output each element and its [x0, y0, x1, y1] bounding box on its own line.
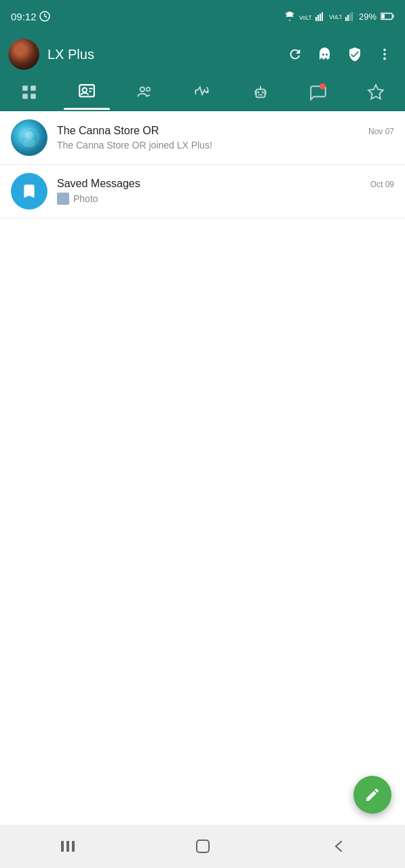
- svg-rect-2: [315, 17, 317, 21]
- svg-point-40: [23, 139, 35, 147]
- signal-bars-2: [345, 12, 355, 21]
- tab-personal[interactable]: [58, 75, 115, 110]
- tabs-bar: [0, 76, 405, 111]
- photo-thumbnail: [57, 193, 69, 205]
- app-title: LX Plus: [47, 47, 275, 62]
- svg-point-22: [82, 88, 87, 93]
- svg-rect-5: [322, 12, 323, 21]
- svg-rect-3: [317, 15, 319, 21]
- app-bar: LX Plus: [0, 33, 405, 76]
- chat-content-canna: The Canna Store OR Nov 07 The Canna Stor…: [57, 125, 394, 151]
- svg-rect-8: [347, 15, 349, 21]
- chat-preview-saved: Photo: [57, 193, 394, 205]
- avatar[interactable]: [8, 39, 39, 70]
- time-display: 09:12: [11, 11, 37, 22]
- wifi-icon: VoLTE1: [299, 11, 311, 22]
- chat-preview-canna: The Canna Store OR joined LX Plus!: [57, 140, 394, 151]
- nav-bar: [0, 825, 405, 868]
- svg-rect-4: [320, 14, 321, 21]
- chat-time-saved: Oct 09: [370, 180, 394, 189]
- tab-groups[interactable]: [116, 75, 174, 110]
- svg-point-37: [320, 83, 326, 90]
- chat-time-canna: Nov 07: [368, 127, 394, 136]
- status-time: 09:12: [11, 11, 50, 22]
- svg-rect-12: [393, 15, 394, 18]
- svg-text:VoLTE1: VoLTE1: [299, 15, 311, 21]
- battery-display: 29%: [359, 12, 377, 22]
- chat-preview-text-saved: Photo: [73, 193, 98, 204]
- svg-point-25: [140, 87, 145, 92]
- signal-icon-2: VoLTE2: [329, 12, 341, 21]
- status-right: VoLTE1 VoLTE2 29%: [284, 11, 394, 22]
- ghost-button[interactable]: [313, 42, 337, 66]
- chat-list: The Canna Store OR Nov 07 The Canna Stor…: [0, 111, 405, 218]
- status-bar: 09:12 VoLTE1 VoLTE2 29%: [0, 0, 405, 33]
- tab-channels[interactable]: [174, 75, 231, 110]
- svg-rect-10: [351, 12, 353, 21]
- tab-bots[interactable]: [231, 75, 289, 110]
- battery-icon: [381, 12, 394, 20]
- nav-recent-button[interactable]: [47, 833, 88, 860]
- svg-rect-19: [22, 94, 28, 99]
- svg-point-28: [257, 91, 259, 93]
- svg-rect-7: [345, 17, 347, 21]
- svg-rect-17: [22, 85, 28, 91]
- svg-rect-9: [349, 14, 351, 21]
- refresh-button[interactable]: [283, 42, 307, 66]
- svg-point-39: [25, 131, 33, 139]
- svg-point-16: [383, 58, 386, 60]
- svg-point-29: [261, 91, 263, 93]
- signal-icon-1: [315, 12, 325, 21]
- svg-rect-27: [256, 90, 265, 98]
- svg-point-15: [383, 53, 386, 56]
- chat-item-canna-store[interactable]: The Canna Store OR Nov 07 The Canna Stor…: [0, 111, 405, 165]
- chat-name-canna: The Canna Store OR: [57, 125, 159, 137]
- chat-name-saved: Saved Messages: [57, 178, 140, 190]
- svg-rect-20: [31, 94, 36, 99]
- svg-rect-13: [381, 14, 385, 18]
- chat-header-saved: Saved Messages Oct 09: [57, 178, 394, 190]
- chat-avatar-saved: [11, 173, 47, 210]
- chat-header-canna: The Canna Store OR Nov 07: [57, 125, 394, 137]
- tab-unread[interactable]: [289, 75, 347, 110]
- alarm-icon: [284, 11, 295, 22]
- chat-preview-text-canna: The Canna Store OR joined LX Plus!: [57, 140, 212, 151]
- svg-point-32: [260, 86, 261, 87]
- app-bar-actions: [283, 42, 397, 66]
- svg-text:VoLTE2: VoLTE2: [329, 14, 341, 20]
- bookmark-icon: [20, 182, 38, 200]
- nav-home-button[interactable]: [182, 833, 223, 860]
- svg-rect-42: [66, 841, 69, 852]
- svg-rect-18: [31, 85, 36, 91]
- more-options-button[interactable]: [372, 42, 397, 66]
- svg-point-26: [147, 87, 150, 91]
- svg-rect-44: [197, 840, 209, 852]
- clock-icon: [39, 11, 50, 22]
- chat-avatar-canna: [11, 119, 47, 156]
- svg-rect-43: [72, 841, 75, 852]
- tab-all-chats[interactable]: [0, 75, 58, 110]
- compose-fab[interactable]: [353, 776, 391, 814]
- svg-rect-41: [61, 841, 64, 852]
- svg-point-14: [383, 49, 386, 52]
- avatar-image: [8, 39, 39, 70]
- tab-favorites[interactable]: [347, 75, 405, 110]
- nav-back-button[interactable]: [317, 833, 358, 860]
- chat-item-saved-messages[interactable]: Saved Messages Oct 09 Photo: [0, 165, 405, 218]
- shield-button[interactable]: [343, 42, 367, 66]
- compose-icon: [364, 787, 381, 803]
- chat-content-saved: Saved Messages Oct 09 Photo: [57, 178, 394, 205]
